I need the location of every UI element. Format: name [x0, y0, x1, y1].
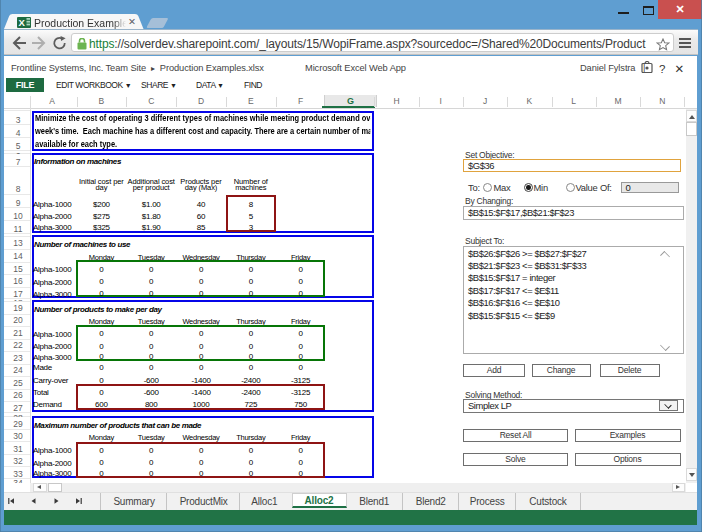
svg-text:X: X [18, 17, 25, 28]
